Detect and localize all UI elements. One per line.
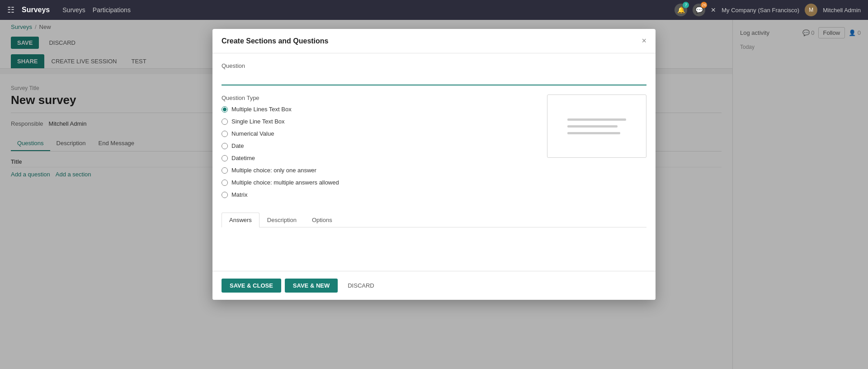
modal-discard-button[interactable]: DISCARD	[341, 279, 381, 293]
modal-tab-description[interactable]: Description	[259, 213, 304, 227]
radio-single-line[interactable]: Single Line Text Box	[222, 118, 339, 125]
page-area: Surveys / New SAVE DISCARD SHARE CREATE …	[0, 20, 868, 369]
user-avatar[interactable]: M	[805, 4, 817, 16]
notification-badge-1[interactable]: 🔔 7	[675, 4, 687, 16]
radio-datetime-label: Datetime	[231, 155, 255, 161]
save-new-button[interactable]: SAVE & NEW	[285, 279, 338, 293]
modal-tab-content	[222, 235, 646, 262]
modal-tab-options[interactable]: Options	[304, 213, 340, 227]
radio-multi-line[interactable]: Multiple Lines Text Box	[222, 106, 339, 113]
question-type-label-col: Question Type Multiple Lines Text Box Si…	[222, 95, 339, 203]
radio-multi-choice-one-label: Multiple choice: only one answer	[231, 167, 316, 174]
question-field-label: Question	[222, 62, 646, 69]
radio-date-label: Date	[231, 142, 244, 149]
nav-separator-icon: ✕	[711, 6, 716, 14]
preview-lines	[567, 118, 626, 134]
modal-header: Create Sections and Questions ×	[212, 29, 656, 53]
radio-list: Multiple Lines Text Box Single Line Text…	[222, 106, 339, 203]
question-input[interactable]	[222, 72, 646, 85]
modal-title: Create Sections and Questions	[222, 37, 329, 45]
username: Mitchell Admin	[823, 7, 861, 14]
navbar-right: 🔔 7 💬 26 ✕ My Company (San Francisco) M …	[675, 4, 861, 16]
preview-box	[547, 95, 646, 158]
radio-multi-choice-multi[interactable]: Multiple choice: multiple answers allowe…	[222, 179, 339, 186]
company-name[interactable]: My Company (San Francisco)	[722, 7, 799, 14]
question-type-section: Question Type Multiple Lines Text Box Si…	[222, 95, 646, 203]
question-type-label: Question Type	[222, 95, 339, 101]
radio-numerical-label: Numerical Value	[231, 130, 274, 137]
radio-multi-choice-one[interactable]: Multiple choice: only one answer	[222, 167, 339, 174]
radio-multi-line-label: Multiple Lines Text Box	[231, 106, 292, 113]
radio-matrix-label: Matrix	[231, 191, 247, 198]
badge-count-2: 26	[701, 2, 707, 8]
preview-line-2	[567, 125, 618, 128]
radio-date[interactable]: Date	[222, 142, 339, 149]
modal-tabs: Answers Description Options	[222, 213, 646, 227]
radio-multi-choice-multi-label: Multiple choice: multiple answers allowe…	[231, 179, 339, 186]
notification-badge-2[interactable]: 💬 26	[693, 4, 705, 16]
nav-surveys[interactable]: Surveys	[62, 6, 85, 14]
modal-dialog: Create Sections and Questions × Question…	[212, 29, 656, 300]
brand-name: Surveys	[22, 6, 50, 14]
modal-footer: SAVE & CLOSE SAVE & NEW DISCARD	[212, 271, 656, 300]
preview-line-1	[567, 118, 626, 121]
navbar: ☷ Surveys Surveys Participations 🔔 7 💬 2…	[0, 0, 868, 20]
modal-tab-answers[interactable]: Answers	[222, 213, 259, 227]
nav-participations[interactable]: Participations	[93, 6, 131, 14]
radio-single-line-label: Single Line Text Box	[231, 118, 285, 125]
modal-overlay: Create Sections and Questions × Question…	[0, 20, 868, 369]
radio-datetime[interactable]: Datetime	[222, 155, 339, 161]
radio-matrix[interactable]: Matrix	[222, 191, 339, 198]
apps-icon[interactable]: ☷	[7, 5, 14, 15]
modal-body: Question Question Type Multiple Lines Te…	[212, 53, 656, 271]
modal-close-button[interactable]: ×	[642, 36, 646, 46]
badge-count-1: 7	[683, 2, 689, 8]
save-close-button[interactable]: SAVE & CLOSE	[222, 279, 281, 293]
radio-numerical[interactable]: Numerical Value	[222, 130, 339, 137]
preview-line-3	[567, 132, 620, 134]
